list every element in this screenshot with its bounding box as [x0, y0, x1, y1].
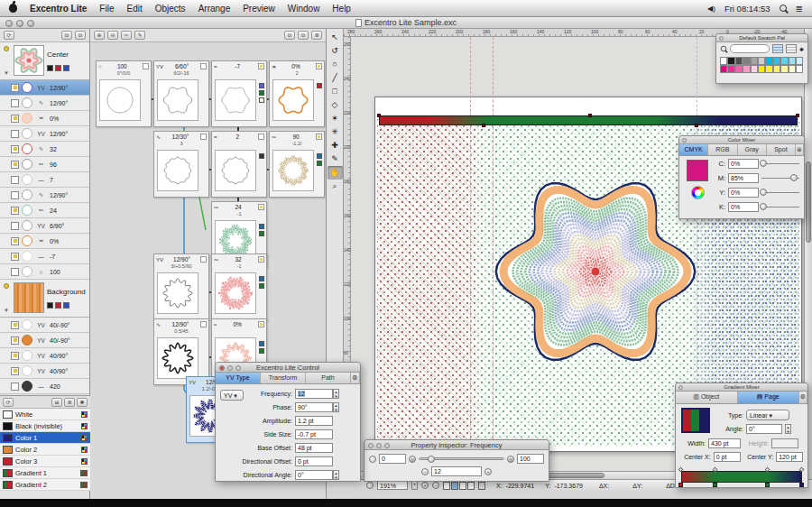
layer-row[interactable]: ∿12/90°	[0, 188, 89, 203]
zoom-level-field[interactable]: 191%	[377, 481, 408, 490]
node-panel[interactable]: ○1000°/0/0	[96, 60, 152, 127]
min-value-field[interactable]: 0	[379, 454, 406, 464]
node-color-badge[interactable]	[317, 83, 322, 88]
swatch-cell[interactable]	[743, 65, 750, 73]
grid-view-button[interactable]	[786, 44, 797, 53]
group-color-swatch[interactable]	[63, 302, 69, 309]
node-visibility-checkbox[interactable]	[316, 134, 322, 140]
gradient-stop-editor[interactable]	[681, 467, 802, 487]
rosette-guilloche[interactable]	[492, 168, 699, 375]
node-visibility-checkbox[interactable]	[200, 134, 207, 140]
group-color-swatch[interactable]	[63, 65, 69, 71]
menu-item-edit[interactable]: Edit	[126, 4, 142, 14]
node-visibility-checkbox[interactable]	[143, 63, 149, 69]
group-header-background[interactable]: ▼Background	[0, 280, 89, 318]
decrement-button[interactable]: −	[421, 468, 429, 475]
layer-row[interactable]: ○100	[0, 264, 89, 280]
menu-item-preview[interactable]: Preview	[243, 4, 275, 14]
layer-visibility-checkbox[interactable]	[11, 383, 19, 391]
field-value[interactable]: 12	[295, 389, 333, 399]
node-visibility-checkbox[interactable]	[258, 63, 264, 69]
field-value[interactable]: 1.2 pt	[295, 416, 333, 426]
field-value[interactable]: 48 pt	[295, 443, 333, 453]
notification-center-icon[interactable]: ≣	[796, 4, 803, 14]
pattern-tool[interactable]: ✳	[328, 125, 343, 139]
group-color-swatch[interactable]	[47, 65, 53, 71]
node-color-badge[interactable]	[259, 90, 264, 96]
palette-close-button[interactable]	[682, 138, 687, 143]
gradient-stop-handle[interactable]	[799, 483, 804, 487]
layer-row[interactable]: YV6/90°	[0, 218, 89, 234]
layer-visibility-checkbox[interactable]	[11, 130, 19, 138]
node-panel[interactable]: ∾32-1	[211, 254, 267, 320]
layer-visibility-checkbox[interactable]	[11, 336, 19, 345]
layer-row[interactable]: YV12/90°	[0, 126, 89, 142]
field-value[interactable]: 0°	[295, 470, 333, 480]
dialog-close-button[interactable]	[368, 443, 374, 448]
menu-item-window[interactable]: Window	[288, 4, 320, 14]
node-color-badge[interactable]	[259, 276, 264, 281]
channel-slider[interactable]	[761, 163, 799, 164]
layers-toolbar-button[interactable]: ⧉	[75, 31, 86, 40]
selection-handle[interactable]	[482, 124, 485, 127]
channel-value-field[interactable]: 0%	[728, 159, 759, 169]
swatch-cell[interactable]	[758, 65, 765, 73]
node-panel[interactable]: =-7	[211, 60, 267, 127]
width-field[interactable]: 430 pt	[708, 438, 741, 448]
colors-toolbar-button[interactable]: ≣	[64, 398, 75, 407]
layer-row[interactable]: —-7	[0, 249, 89, 264]
node-visibility-checkbox[interactable]	[316, 63, 322, 69]
layer-visibility-checkbox[interactable]	[11, 99, 19, 107]
channel-slider-thumb[interactable]	[760, 189, 767, 196]
layer-visibility-checkbox[interactable]	[11, 237, 19, 245]
layer-row[interactable]: YV40/-90°	[0, 333, 89, 348]
swatch-cell[interactable]	[796, 65, 803, 73]
field-value[interactable]: -0.7 pt	[295, 429, 333, 439]
group-header-center[interactable]: ▼Center	[0, 42, 89, 80]
color-list-item[interactable]: Color 2	[0, 444, 90, 456]
tab-overflow-icon[interactable]: ⚙	[799, 392, 807, 403]
group-color-swatch[interactable]	[47, 302, 53, 309]
line-tool[interactable]: ╱	[328, 71, 343, 85]
node-visibility-checkbox[interactable]	[200, 321, 207, 327]
colors-toolbar-button[interactable]: ⟳	[3, 398, 14, 407]
layer-visibility-checkbox[interactable]	[11, 191, 19, 199]
tab-object[interactable]: ▥ Object	[676, 392, 738, 403]
layer-row[interactable]: YV40/90°	[0, 364, 89, 379]
center-x-field[interactable]: 0 pt	[714, 452, 741, 462]
star-tool[interactable]: ✶	[328, 112, 343, 125]
node-panel[interactable]: =2	[211, 131, 267, 198]
tab-path[interactable]: Path	[306, 373, 351, 383]
collapse-icon[interactable]: ▼	[4, 308, 9, 313]
dialog-minimize-button[interactable]	[376, 443, 382, 448]
selection-handle[interactable]	[588, 114, 592, 117]
increment-button[interactable]: +	[484, 468, 492, 475]
zoom-dropdown-arrow[interactable]: ▾	[411, 481, 418, 490]
layer-row[interactable]: ∿12/90°	[0, 96, 89, 111]
bulb-icon[interactable]	[4, 283, 9, 289]
bulb-icon[interactable]	[4, 46, 9, 51]
current-color-swatch[interactable]	[687, 160, 708, 181]
layer-visibility-checkbox[interactable]	[11, 84, 19, 92]
min-lock-icon[interactable]	[369, 456, 376, 463]
menu-item-excentro-lite[interactable]: Excentro Lite	[30, 4, 87, 14]
channel-slider[interactable]	[761, 178, 799, 179]
selection-handle[interactable]	[695, 124, 698, 127]
gradient-stop-handle[interactable]	[765, 483, 770, 487]
menu-item-arrange[interactable]: Arrange	[198, 4, 231, 14]
swatch-cell[interactable]	[780, 57, 788, 65]
colors-toolbar-button[interactable]: ✱	[77, 398, 88, 407]
layer-row[interactable]: ≍0%	[0, 111, 89, 126]
slider-right-icon[interactable]: ◎	[507, 456, 514, 463]
page-nav-widget[interactable]	[443, 482, 475, 490]
dialog-close-button[interactable]	[219, 365, 225, 371]
window-titlebar[interactable]: Excentro Lite Sample.exc	[0, 17, 812, 29]
gradient-stop-handle[interactable]	[713, 483, 717, 487]
layers-toolbar-button[interactable]: ⟳	[4, 31, 14, 40]
current-value-field[interactable]: 12	[431, 466, 482, 476]
layer-visibility-checkbox[interactable]	[11, 222, 19, 230]
field-stepper[interactable]: ▲▼	[333, 402, 339, 412]
node-visibility-checkbox[interactable]	[258, 256, 264, 263]
select-tool[interactable]: ↖	[328, 31, 343, 44]
gradient-type-dropdown[interactable]: Linear ▾	[746, 410, 789, 420]
